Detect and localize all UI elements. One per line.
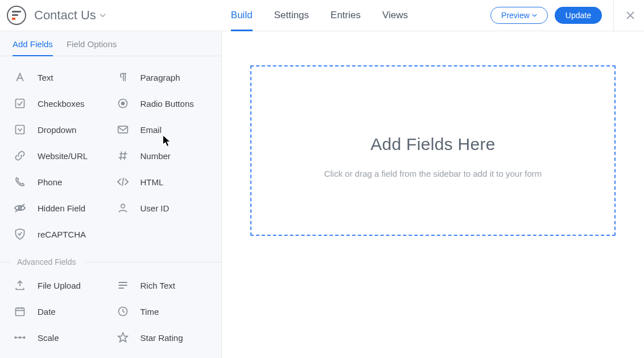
- field-date[interactable]: Date: [8, 298, 111, 324]
- dropzone[interactable]: Add Fields Here Click or drag a field fr…: [250, 65, 616, 236]
- field-label: Hidden Field: [38, 203, 85, 213]
- field-paragraph[interactable]: Paragraph: [111, 64, 214, 90]
- hash-icon: [115, 149, 130, 162]
- field-radio[interactable]: Radio Buttons: [111, 90, 214, 116]
- tab-label: Build: [231, 10, 253, 21]
- tab-build[interactable]: Build: [231, 0, 253, 31]
- svg-rect-4: [118, 126, 127, 133]
- field-star-rating[interactable]: Star Rating: [111, 324, 214, 351]
- advanced-fields-grid: File Upload Rich Text Date Time Scale St…: [0, 272, 221, 351]
- sidebar-tab-field-options[interactable]: Field Options: [67, 39, 117, 56]
- button-label: Preview: [501, 11, 530, 20]
- star-icon: [115, 331, 130, 344]
- radio-icon: [115, 97, 130, 110]
- field-scale[interactable]: Scale: [8, 324, 111, 351]
- svg-rect-0: [16, 99, 24, 108]
- field-url[interactable]: Website/URL: [8, 143, 111, 169]
- sidebar: Add Fields Field Options Text Paragraph …: [0, 31, 222, 358]
- field-label: File Upload: [38, 281, 81, 290]
- field-userid[interactable]: User ID: [111, 195, 214, 221]
- field-label: Date: [38, 307, 56, 317]
- richtext-icon: [115, 279, 130, 292]
- tab-entries[interactable]: Entries: [331, 0, 361, 31]
- sidebar-tabs: Add Fields Field Options: [0, 31, 221, 56]
- hidden-icon: [13, 202, 27, 214]
- user-icon: [115, 202, 130, 214]
- field-label: Paragraph: [141, 73, 180, 82]
- app-body: Add Fields Field Options Text Paragraph …: [0, 31, 644, 358]
- field-label: Number: [141, 151, 171, 161]
- letter-a-icon: [13, 71, 27, 84]
- tab-label: Settings: [274, 10, 309, 21]
- dropdown-icon: [13, 123, 27, 136]
- form-canvas: Add Fields Here Click or drag a field fr…: [222, 31, 644, 358]
- dropzone-heading: Add Fields Here: [370, 135, 496, 154]
- field-label: Checkboxes: [38, 99, 85, 109]
- field-text[interactable]: Text: [8, 64, 111, 90]
- field-label: HTML: [141, 177, 164, 187]
- svg-point-6: [121, 204, 125, 208]
- tab-settings[interactable]: Settings: [274, 0, 309, 31]
- field-label: Radio Buttons: [141, 99, 194, 109]
- shield-icon: [13, 228, 27, 240]
- chevron-down-icon: [532, 14, 537, 17]
- preview-button[interactable]: Preview: [490, 7, 548, 24]
- header-actions: Preview Update: [490, 0, 635, 31]
- app-header: Contact Us Build Settings Entries Views …: [0, 0, 644, 31]
- update-button[interactable]: Update: [555, 7, 602, 24]
- tab-label: Add Fields: [13, 39, 53, 49]
- scale-icon: [13, 331, 27, 344]
- field-number[interactable]: Number: [111, 143, 214, 169]
- field-recaptcha[interactable]: reCAPTCHA: [8, 221, 111, 247]
- upload-icon: [13, 279, 27, 292]
- link-icon: [13, 149, 27, 162]
- calendar-icon: [13, 305, 27, 318]
- close-icon: [626, 11, 635, 20]
- field-label: Star Rating: [141, 333, 183, 343]
- close-button[interactable]: [613, 0, 635, 31]
- field-html[interactable]: HTML: [111, 169, 214, 195]
- field-label: Dropdown: [38, 125, 76, 135]
- main-nav-tabs: Build Settings Entries Views: [231, 0, 408, 31]
- button-label: Update: [565, 11, 591, 20]
- field-label: Email: [141, 125, 162, 135]
- field-hidden[interactable]: Hidden Field: [8, 195, 111, 221]
- field-label: Website/URL: [38, 151, 88, 161]
- tab-label: Entries: [331, 10, 361, 21]
- tab-label: Field Options: [67, 39, 117, 49]
- tab-views[interactable]: Views: [382, 0, 408, 31]
- phone-icon: [13, 176, 27, 188]
- field-phone[interactable]: Phone: [8, 169, 111, 195]
- heading-label: Advanced Fields: [17, 257, 76, 267]
- field-label: User ID: [141, 203, 170, 213]
- code-icon: [115, 176, 130, 188]
- checkbox-icon: [13, 97, 27, 110]
- app-logo: [7, 6, 26, 25]
- field-dropdown[interactable]: Dropdown: [8, 116, 111, 143]
- svg-rect-7: [16, 308, 24, 315]
- field-label: reCAPTCHA: [38, 230, 86, 239]
- form-title: Contact Us: [34, 8, 96, 23]
- basic-fields-grid: Text Paragraph Checkboxes Radio Buttons …: [0, 56, 221, 247]
- chevron-down-icon: [100, 13, 106, 18]
- field-rich-text[interactable]: Rich Text: [111, 272, 214, 298]
- field-label: Text: [38, 73, 53, 82]
- svg-rect-3: [16, 126, 24, 134]
- field-label: Phone: [38, 177, 62, 187]
- sidebar-tab-add-fields[interactable]: Add Fields: [13, 39, 53, 56]
- advanced-fields-heading: Advanced Fields: [0, 247, 221, 272]
- form-title-dropdown[interactable]: Contact Us: [34, 8, 106, 23]
- svg-point-2: [121, 102, 125, 106]
- email-icon: [115, 123, 130, 136]
- dropzone-subtext: Click or drag a field from the sidebar t…: [324, 169, 542, 178]
- clock-icon: [115, 305, 130, 318]
- field-file-upload[interactable]: File Upload: [8, 272, 111, 298]
- field-email[interactable]: Email: [111, 116, 214, 143]
- field-label: Time: [141, 307, 159, 317]
- field-checkboxes[interactable]: Checkboxes: [8, 90, 111, 116]
- paragraph-icon: [115, 71, 130, 84]
- field-label: Rich Text: [141, 281, 175, 290]
- tab-label: Views: [382, 10, 408, 21]
- field-time[interactable]: Time: [111, 298, 214, 324]
- field-label: Scale: [38, 333, 59, 343]
